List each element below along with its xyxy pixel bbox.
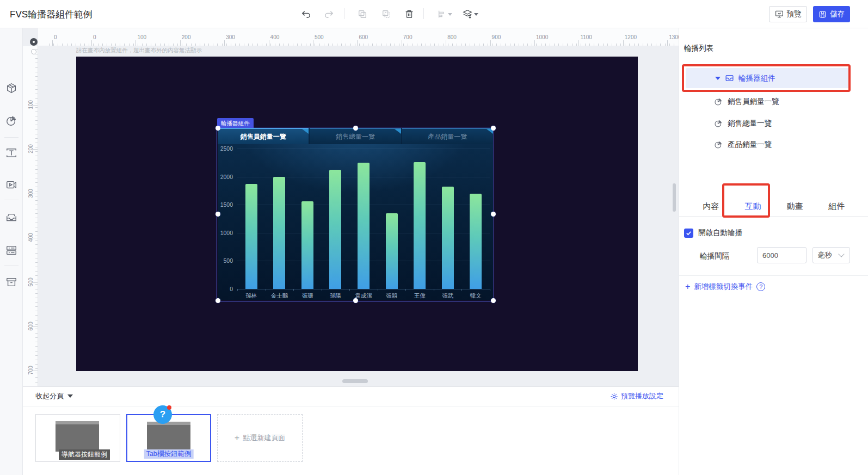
component-3d-icon[interactable] [5,82,18,95]
settings-tab-label: 組件 [829,201,845,212]
v-ruler-tick [35,280,38,280]
h-ruler-tick [457,44,457,46]
settings-tab-label: 互動 [745,201,761,212]
chart-x-tick [378,289,378,291]
v-ruler-tick [32,194,38,194]
collapse-pages-control[interactable]: 收起分頁 [35,391,73,401]
tree-item-1[interactable]: 銷售員銷量一覽 [714,94,855,110]
chart-icon[interactable] [5,114,18,127]
selection-handle[interactable] [216,212,220,217]
chevron-down-icon [838,251,844,257]
settings-tab-互動[interactable]: 互動 [732,196,774,217]
new-page-button[interactable]: + 點選新建頁面 [217,414,303,462]
save-button[interactable]: 儲存 [813,6,850,22]
preview-button[interactable]: 預覽 [769,6,807,22]
v-ruler-tick [35,218,38,218]
h-ruler-tick [301,44,302,46]
chart-tab-label: 產品銷量一覽 [428,132,467,141]
settings-tab-動畫[interactable]: 動畫 [774,196,816,217]
tree-item-carousel-component[interactable]: 輪播器組件 [686,68,849,88]
selection-handle[interactable] [491,212,496,217]
carousel-component-icon [725,73,734,83]
chart-y-label: 0 [218,286,233,292]
selection-handle[interactable] [353,126,358,131]
paste-icon[interactable] [379,7,394,21]
h-ruler-tick [616,44,617,46]
guide-toggle-icon[interactable] [31,49,36,54]
preview-button-label: 預覽 [787,9,802,19]
v-ruler-tick [35,355,38,356]
align-icon[interactable] [434,7,455,21]
selection-handle[interactable] [216,126,220,131]
selection-handle[interactable] [491,126,496,131]
v-ruler-tick [35,107,38,108]
h-ruler-tick [217,44,218,46]
toolbar-separator [344,8,344,19]
h-ruler-tick [313,40,313,46]
h-ruler-tick [164,44,165,46]
delete-icon[interactable] [402,7,417,21]
v-ruler-tick [35,377,38,378]
h-ruler-tick [293,44,293,46]
h-ruler-tick [235,44,236,46]
v-ruler-tick [35,165,38,165]
selection-handle[interactable] [216,298,220,303]
auto-carousel-checkbox[interactable] [684,229,693,238]
settings-tab-内容[interactable]: 内容 [690,196,732,217]
question-circle-icon[interactable]: ? [756,282,765,291]
v-ruler-tick [35,373,38,373]
tree-child-label: 銷售員銷量一覽 [728,97,779,107]
selection-handle[interactable] [353,298,358,303]
media-icon[interactable] [5,178,18,192]
page-card[interactable]: 導航器按鈕範例 [35,414,120,462]
selection-handle[interactable] [491,298,496,303]
h-ruler-tick [594,44,594,46]
v-ruler-tick [35,196,38,196]
help-question-badge[interactable]: ? [153,405,172,424]
h-ruler-number: 1100 [580,34,592,40]
v-ruler-tick [35,156,38,156]
layer-order-icon[interactable] [459,7,481,21]
undo-icon[interactable] [298,7,313,21]
tree-expand-caret-icon[interactable] [715,77,721,80]
v-ruler-tick [35,271,38,272]
interval-unit-select[interactable]: 毫秒 [812,247,850,263]
canvas-vertical-scrollbar[interactable] [673,183,676,212]
chart-tab[interactable]: 銷售總量一覽 [310,128,401,144]
add-tab-switch-event-link[interactable]: + 新增標籤切換事件 ? [685,282,765,292]
text-icon[interactable] [5,146,18,159]
settings-tab-組件[interactable]: 組件 [816,196,858,217]
h-ruler-tick [620,44,621,46]
h-ruler-tick [651,44,652,46]
page-card[interactable]: ?Tab欄按鈕範例 [126,414,211,462]
duplicate-icon[interactable] [355,7,370,21]
preview-playback-settings-link[interactable]: 預覽播放設定 [610,391,663,401]
page-thumbnail [147,422,190,452]
archive-icon[interactable] [5,276,18,289]
v-ruler-tick [35,67,38,68]
v-ruler-tick [35,182,38,183]
v-ruler-tick [35,302,38,303]
carousel-widget-icon[interactable] [5,211,18,224]
chart-tab[interactable]: 銷售員銷量一覽 [218,128,309,144]
interval-input[interactable] [757,247,807,263]
chart-x-label: 韓文 [459,292,492,300]
sidebar-divider [4,200,19,200]
tree-item-3[interactable]: 產品銷量一覽 [714,137,855,153]
h-ruler-tick [403,44,404,46]
canvas-horizontal-scrollbar[interactable] [342,379,368,383]
chart-x-tick [322,289,322,291]
h-ruler-tick [191,44,192,46]
carousel-component[interactable]: 銷售員銷量一覽銷售總量一覽產品銷量一覽 05001000150020002500… [218,128,493,300]
h-ruler-tick [49,44,50,46]
redo-icon[interactable] [321,7,336,21]
v-ruler-tick [35,76,38,77]
h-ruler-tick [160,44,161,46]
dashboard-page[interactable]: 銷售員銷量一覽銷售總量一覽產品銷量一覽 05001000150020002500… [76,57,638,371]
v-ruler-tick [35,324,38,325]
chart-tab[interactable]: 產品銷量一覽 [402,128,493,144]
ruler-origin-icon[interactable] [30,38,38,46]
table-icon[interactable] [5,244,18,257]
gear-icon [610,392,618,400]
tree-item-2[interactable]: 銷售總量一覽 [714,115,855,132]
